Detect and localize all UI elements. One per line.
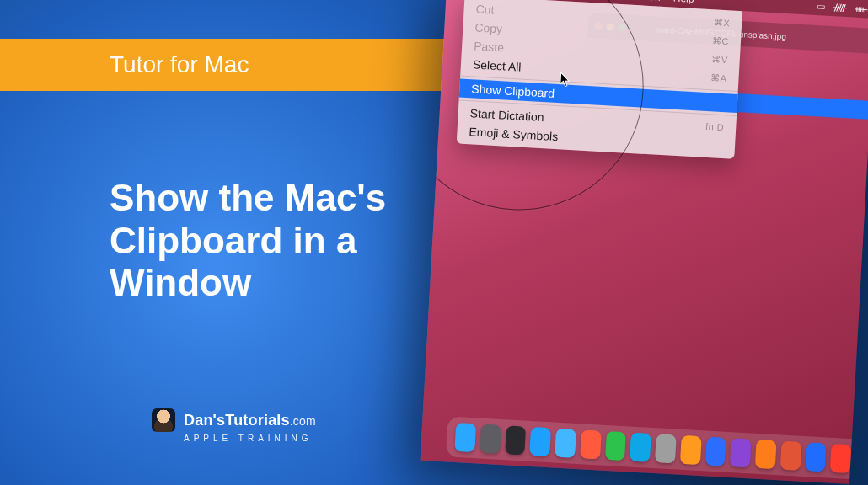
cursor-icon [560, 72, 572, 88]
dock-app-8[interactable] [655, 434, 677, 463]
brand-name: Dan'sTutorials.com [184, 412, 316, 429]
dock-app-10[interactable] [705, 437, 726, 466]
dock-app-9[interactable] [680, 435, 702, 465]
dock-app-4[interactable] [555, 429, 576, 458]
airplay-icon[interactable]: ▭ [817, 1, 826, 13]
dock-app-6[interactable] [605, 431, 627, 461]
dock-app-15[interactable] [830, 444, 852, 473]
category-label: Tutor for Mac [110, 51, 249, 78]
dock-app-1[interactable] [480, 424, 501, 454]
dock-app-0[interactable] [454, 423, 476, 452]
brand-block: Dan'sTutorials.com APPLE TRAINING [152, 408, 316, 443]
video-title: Show the Mac's Clipboard in a Window [110, 177, 480, 305]
dock-app-12[interactable] [755, 440, 777, 469]
brand-tagline: APPLE TRAINING [184, 434, 313, 443]
status-icon[interactable]: ᚏ [833, 2, 847, 13]
dock-app-16[interactable] [855, 445, 868, 475]
dock-app-2[interactable] [505, 425, 527, 455]
dock-app-13[interactable] [780, 441, 802, 471]
dock-app-11[interactable] [730, 438, 752, 467]
dock-app-7[interactable] [630, 433, 651, 462]
flame-icon[interactable]: ᚔ [855, 3, 868, 14]
dock-app-3[interactable] [529, 427, 551, 456]
dock-app-5[interactable] [580, 429, 602, 459]
dock [446, 416, 868, 481]
menubar-item-window[interactable]: Window [625, 0, 662, 3]
mac-screenshot: Finder File Edit View Go Window Help ▭ ᚏ… [421, 0, 868, 484]
edit-menu-dropdown: Cut ⌘X Copy ⌘C Paste ⌘V Select All ⌘A Sh… [457, 0, 742, 159]
dock-app-14[interactable] [805, 442, 827, 472]
menubar-item-help[interactable]: Help [673, 0, 694, 5]
menubar-status-icons: ▭ ᚏ ᚔ [817, 1, 868, 14]
thumbnail-stage: Tutor for Mac Show the Mac's Clipboard i… [0, 0, 868, 485]
brand-avatar-icon [152, 408, 175, 432]
menubar-item-go[interactable]: Go [600, 0, 614, 1]
